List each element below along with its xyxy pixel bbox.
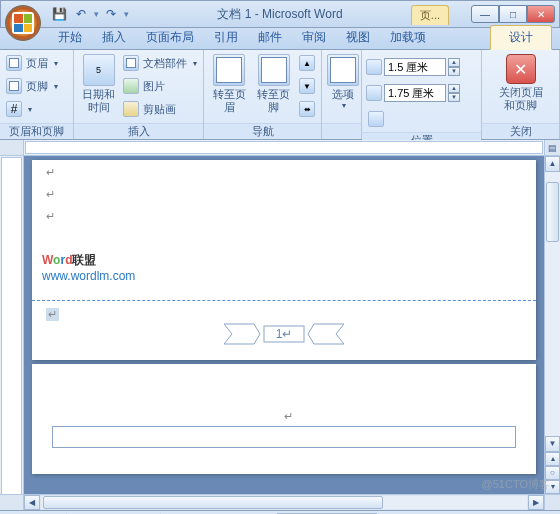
group-options: 选项 ▾ bbox=[322, 50, 362, 139]
quick-parts-button[interactable]: 文档部件▾ bbox=[121, 52, 199, 74]
footer-bottom-input[interactable] bbox=[384, 84, 446, 102]
header-icon bbox=[6, 55, 22, 71]
minimize-button[interactable]: — bbox=[471, 5, 499, 23]
paragraph-mark-icon: ↵ bbox=[46, 166, 55, 179]
footer-from-bottom: ▲▼ bbox=[366, 82, 460, 104]
vertical-scrollbar[interactable]: ▲ ▼ ▴ ○ ▾ bbox=[544, 156, 560, 494]
horizontal-scrollbar[interactable]: ◀ ▶ bbox=[0, 494, 560, 510]
tab-view[interactable]: 视图 bbox=[336, 26, 380, 49]
page-number-button[interactable]: #▾ bbox=[4, 98, 60, 120]
footer-page-number-banner[interactable]: 1↵ bbox=[224, 320, 344, 348]
tab-insert[interactable]: 插入 bbox=[92, 26, 136, 49]
footer-button[interactable]: 页脚▾ bbox=[4, 75, 60, 97]
scroll-left-button[interactable]: ◀ bbox=[24, 495, 40, 510]
scroll-up-button[interactable]: ▲ bbox=[545, 156, 560, 172]
pages-viewport[interactable]: ↵ ↵ ↵ Word联盟 www.wordlm.com ↵ 1↵ ↵ bbox=[24, 156, 544, 494]
clipart-button[interactable]: 剪贴画 bbox=[121, 98, 199, 120]
close-header-footer-button[interactable]: ✕ 关闭页眉 和页脚 bbox=[499, 52, 543, 114]
close-button[interactable]: ✕ bbox=[527, 5, 555, 23]
site-watermark: @51CTO博客 bbox=[482, 477, 550, 492]
qat-dropdown-icon[interactable]: ▾ bbox=[93, 9, 99, 19]
save-icon[interactable]: 💾 bbox=[49, 4, 69, 24]
horizontal-ruler[interactable]: ▤ bbox=[0, 140, 560, 156]
vertical-ruler[interactable] bbox=[0, 156, 24, 494]
scroll-down-button[interactable]: ▼ bbox=[545, 436, 560, 452]
bottom-margin-icon bbox=[366, 85, 382, 101]
window-controls: — □ ✕ bbox=[471, 5, 555, 23]
spin-down-button[interactable]: ▼ bbox=[448, 93, 460, 102]
group-insert: 5 日期和 时间 文档部件▾ 图片 剪贴画 插入 bbox=[74, 50, 204, 139]
calendar-icon: 5 bbox=[83, 54, 115, 86]
redo-icon[interactable]: ↷ bbox=[101, 4, 121, 24]
prev-page-button[interactable]: ▴ bbox=[545, 452, 560, 466]
scroll-track[interactable] bbox=[545, 172, 560, 436]
tab-review[interactable]: 审阅 bbox=[292, 26, 336, 49]
tab-home[interactable]: 开始 bbox=[48, 26, 92, 49]
undo-icon[interactable]: ↶ bbox=[71, 4, 91, 24]
ribbon: 页眉▾ 页脚▾ #▾ 页眉和页脚 5 日期和 时间 文档部件▾ 图片 剪贴画 插… bbox=[0, 50, 560, 140]
page-number-icon: # bbox=[6, 101, 22, 117]
spin-down-button[interactable]: ▼ bbox=[448, 67, 460, 76]
chevron-down-icon: ▾ bbox=[28, 105, 32, 114]
header-top-input[interactable] bbox=[384, 58, 446, 76]
options-button[interactable]: 选项 ▾ bbox=[326, 52, 360, 112]
tab-layout[interactable]: 页面布局 bbox=[136, 26, 204, 49]
header-button[interactable]: 页眉▾ bbox=[4, 52, 60, 74]
close-x-icon: ✕ bbox=[506, 54, 536, 84]
options-icon bbox=[327, 54, 359, 86]
chevron-down-icon: ▾ bbox=[54, 59, 58, 68]
footer-icon bbox=[6, 78, 22, 94]
scroll-thumb[interactable] bbox=[43, 496, 383, 509]
ribbon-tabs: 开始 插入 页面布局 引用 邮件 审阅 视图 加载项 设计 bbox=[0, 28, 560, 50]
quick-access-toolbar: 💾 ↶ ▾ ↷ ▾ bbox=[49, 4, 129, 24]
scroll-right-button[interactable]: ▶ bbox=[528, 495, 544, 510]
page-1[interactable]: ↵ ↵ ↵ Word联盟 www.wordlm.com ↵ 1↵ bbox=[32, 160, 536, 360]
paragraph-mark-icon: ↵ bbox=[284, 410, 293, 423]
svg-marker-1 bbox=[308, 324, 344, 344]
scroll-thumb[interactable] bbox=[546, 182, 559, 242]
goto-footer-button[interactable]: 转至页脚 bbox=[253, 52, 296, 116]
ruler-toggle-button[interactable]: ▤ bbox=[544, 140, 560, 155]
document-area: ↵ ↵ ↵ Word联盟 www.wordlm.com ↵ 1↵ ↵ bbox=[0, 156, 560, 494]
office-logo-icon bbox=[12, 12, 34, 34]
context-tab-label: 页... bbox=[411, 5, 449, 25]
title-bar: 💾 ↶ ▾ ↷ ▾ 文档 1 - Microsoft Word 页... — □… bbox=[0, 0, 560, 28]
tab-design[interactable]: 设计 bbox=[490, 25, 552, 50]
ruler-track bbox=[25, 141, 543, 154]
footer-box bbox=[52, 426, 516, 448]
page-number-text: 1↵ bbox=[276, 327, 293, 341]
paragraph-mark-icon: ↵ bbox=[46, 210, 55, 223]
scroll-track[interactable] bbox=[41, 496, 527, 509]
tab-addins[interactable]: 加载项 bbox=[380, 26, 436, 49]
chevron-down-icon: ▾ bbox=[54, 82, 58, 91]
group-position: ▲▼ ▲▼ 位置 bbox=[362, 50, 482, 139]
tab-mailings[interactable]: 邮件 bbox=[248, 26, 292, 49]
office-button[interactable] bbox=[5, 5, 41, 41]
parts-icon bbox=[123, 55, 139, 71]
spin-up-button[interactable]: ▲ bbox=[448, 58, 460, 67]
picture-button[interactable]: 图片 bbox=[121, 75, 199, 97]
header-from-top: ▲▼ bbox=[366, 56, 460, 78]
group-navigation: 转至页眉 转至页脚 ▲ ▼ ⬌ 导航 bbox=[204, 50, 322, 139]
group-label bbox=[322, 123, 361, 139]
spin-up-button[interactable]: ▲ bbox=[448, 84, 460, 93]
top-margin-icon bbox=[366, 59, 382, 75]
chevron-down-icon: ▾ bbox=[342, 101, 346, 110]
tab-references[interactable]: 引用 bbox=[204, 26, 248, 49]
status-bar: 页面: 1/2 字数: 0 ✔ 英语(美国) ▭ ▢ ▤ ≡ ▥ 100% − … bbox=[0, 510, 560, 514]
nav-next-button[interactable]: ▼ bbox=[297, 75, 317, 97]
goto-header-icon bbox=[213, 54, 245, 86]
insert-tab-button[interactable] bbox=[366, 108, 460, 130]
date-time-button[interactable]: 5 日期和 时间 bbox=[78, 52, 119, 116]
qat-customize-icon[interactable]: ▾ bbox=[123, 9, 129, 19]
nav-link-button[interactable]: ⬌ bbox=[297, 98, 317, 120]
watermark-url: www.wordlm.com bbox=[42, 269, 135, 283]
watermark: Word联盟 www.wordlm.com bbox=[42, 248, 135, 283]
footer-boundary bbox=[32, 300, 536, 301]
maximize-button[interactable]: □ bbox=[499, 5, 527, 23]
down-icon: ▼ bbox=[299, 78, 315, 94]
goto-header-button[interactable]: 转至页眉 bbox=[208, 52, 251, 116]
nav-prev-button[interactable]: ▲ bbox=[297, 52, 317, 74]
page-2[interactable]: ↵ bbox=[32, 364, 536, 474]
ruler-corner bbox=[0, 140, 24, 155]
